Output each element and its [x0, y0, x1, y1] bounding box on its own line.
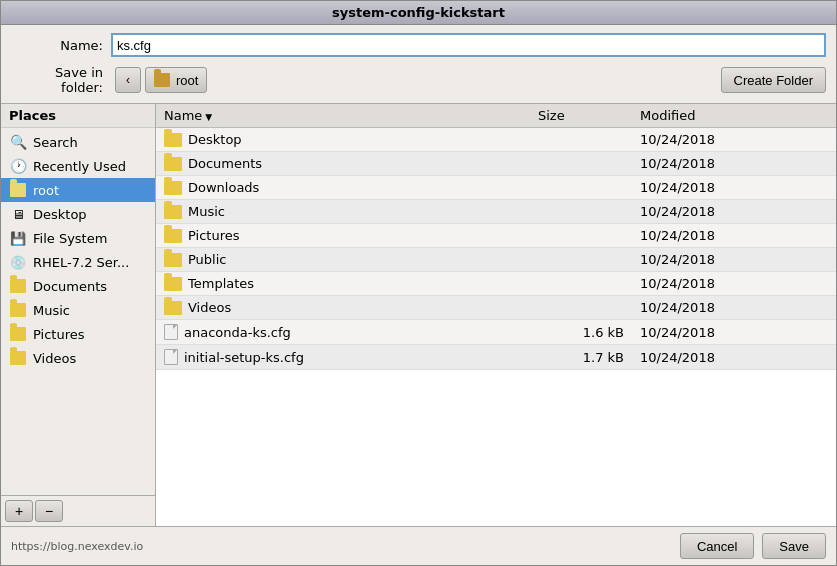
file-size-cell [530, 128, 632, 152]
content-area: Name Size Modified Desktop10/24/2018Docu… [156, 104, 836, 526]
sidebar-header: Places [1, 104, 155, 128]
main-section: Places 🔍 Search 🕐 Recently Used root [1, 103, 836, 526]
back-button[interactable]: ‹ [115, 67, 141, 93]
sidebar-item-pictures[interactable]: Pictures [1, 322, 155, 346]
file-size-cell [530, 152, 632, 176]
current-folder-button[interactable]: root [145, 67, 207, 93]
clock-icon: 🕐 [9, 158, 27, 174]
folder-icon [164, 301, 182, 315]
sidebar-footer: + − [1, 495, 155, 526]
folder-icon [164, 205, 182, 219]
folder-pictures-icon [9, 326, 27, 342]
file-icon [164, 349, 178, 365]
file-name-cell: Videos [156, 296, 530, 320]
column-header-name[interactable]: Name [156, 104, 530, 128]
sidebar-item-root[interactable]: root [1, 178, 155, 202]
file-name-label: Templates [188, 276, 254, 291]
sidebar-label-root: root [33, 183, 59, 198]
sidebar-item-rhel[interactable]: 💿 RHEL-7.2 Ser... [1, 250, 155, 274]
table-header-row: Name Size Modified [156, 104, 836, 128]
file-size-cell [530, 272, 632, 296]
table-row[interactable]: initial-setup-ks.cfg1.7 kB10/24/2018 [156, 345, 836, 370]
folder-home-icon [9, 182, 27, 198]
file-name-label: Documents [188, 156, 262, 171]
file-size-cell: 1.6 kB [530, 320, 632, 345]
table-row[interactable]: Videos10/24/2018 [156, 296, 836, 320]
file-list-scroll[interactable]: Name Size Modified Desktop10/24/2018Docu… [156, 104, 836, 526]
remove-bookmark-button[interactable]: − [35, 500, 63, 522]
file-modified-cell: 10/24/2018 [632, 320, 836, 345]
add-bookmark-button[interactable]: + [5, 500, 33, 522]
file-modified-cell: 10/24/2018 [632, 128, 836, 152]
column-header-size[interactable]: Size [530, 104, 632, 128]
file-size-cell: 1.7 kB [530, 345, 632, 370]
file-modified-cell: 10/24/2018 [632, 248, 836, 272]
column-header-modified[interactable]: Modified [632, 104, 836, 128]
harddrive-icon: 💾 [9, 230, 27, 246]
sidebar-label-search: Search [33, 135, 78, 150]
cancel-button[interactable]: Cancel [680, 533, 754, 559]
file-size-cell [530, 296, 632, 320]
folder-icon [164, 277, 182, 291]
table-row[interactable]: Pictures10/24/2018 [156, 224, 836, 248]
file-modified-cell: 10/24/2018 [632, 272, 836, 296]
file-name-label: anaconda-ks.cfg [184, 325, 291, 340]
file-name-label: initial-setup-ks.cfg [184, 350, 304, 365]
folder-videos-icon [9, 350, 27, 366]
create-folder-button[interactable]: Create Folder [721, 67, 826, 93]
table-row[interactable]: Templates10/24/2018 [156, 272, 836, 296]
folder-icon [164, 229, 182, 243]
file-name-cell: anaconda-ks.cfg [156, 320, 530, 345]
sidebar-item-filesystem[interactable]: 💾 File System [1, 226, 155, 250]
sidebar-item-desktop[interactable]: 🖥 Desktop [1, 202, 155, 226]
sidebar-label-music: Music [33, 303, 70, 318]
folder-icon [164, 157, 182, 171]
file-modified-cell: 10/24/2018 [632, 152, 836, 176]
folder-music-icon [9, 302, 27, 318]
search-icon: 🔍 [9, 134, 27, 150]
table-row[interactable]: Downloads10/24/2018 [156, 176, 836, 200]
file-name-cell: Documents [156, 152, 530, 176]
table-row[interactable]: anaconda-ks.cfg1.6 kB10/24/2018 [156, 320, 836, 345]
window-title: system-config-kickstart [332, 5, 505, 20]
table-row[interactable]: Desktop10/24/2018 [156, 128, 836, 152]
file-size-cell [530, 248, 632, 272]
sidebar-item-videos[interactable]: Videos [1, 346, 155, 370]
folder-icon [164, 253, 182, 267]
sidebar-label-recently-used: Recently Used [33, 159, 126, 174]
bottom-info: https://blog.nexexdev.io [11, 540, 672, 553]
folder-icon [164, 181, 182, 195]
file-size-cell [530, 176, 632, 200]
sidebar-label-rhel: RHEL-7.2 Ser... [33, 255, 129, 270]
file-name-cell: Desktop [156, 128, 530, 152]
sidebar-label-pictures: Pictures [33, 327, 84, 342]
table-row[interactable]: Documents10/24/2018 [156, 152, 836, 176]
sidebar-item-documents[interactable]: Documents [1, 274, 155, 298]
file-name-cell: Music [156, 200, 530, 224]
sidebar-list: 🔍 Search 🕐 Recently Used root 🖥 Desktop [1, 128, 155, 495]
file-modified-cell: 10/24/2018 [632, 224, 836, 248]
save-button[interactable]: Save [762, 533, 826, 559]
table-row[interactable]: Music10/24/2018 [156, 200, 836, 224]
current-folder-label: root [176, 73, 198, 88]
file-name-label: Desktop [188, 132, 242, 147]
file-name-label: Music [188, 204, 225, 219]
file-name-label: Public [188, 252, 226, 267]
filename-input[interactable] [111, 33, 826, 57]
sidebar-item-search[interactable]: 🔍 Search [1, 130, 155, 154]
file-name-label: Videos [188, 300, 231, 315]
titlebar: system-config-kickstart [1, 1, 836, 25]
file-table: Name Size Modified Desktop10/24/2018Docu… [156, 104, 836, 370]
sidebar-item-music[interactable]: Music [1, 298, 155, 322]
file-modified-cell: 10/24/2018 [632, 176, 836, 200]
file-modified-cell: 10/24/2018 [632, 296, 836, 320]
file-name-cell: Pictures [156, 224, 530, 248]
folder-row: Save in folder: ‹ root Create Folder [11, 65, 826, 95]
table-row[interactable]: Public10/24/2018 [156, 248, 836, 272]
sidebar-item-recently-used[interactable]: 🕐 Recently Used [1, 154, 155, 178]
name-row: Name: [11, 33, 826, 57]
sidebar-label-documents: Documents [33, 279, 107, 294]
file-size-cell [530, 200, 632, 224]
file-modified-cell: 10/24/2018 [632, 200, 836, 224]
file-icon [164, 324, 178, 340]
